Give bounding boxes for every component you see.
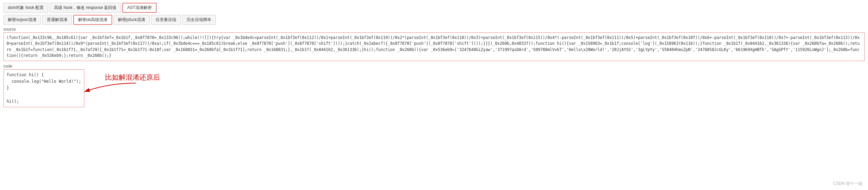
- arrow-svg: [81, 78, 143, 99]
- source-code-area[interactable]: (function(_0x133c96,_0x185c61){var _0x1b…: [3, 32, 865, 61]
- bottom-tab-3[interactable]: 解密jsfuck混淆: [114, 15, 150, 25]
- top-tab-0[interactable]: dom对象 hook 配置: [3, 3, 48, 13]
- annotation-block: 比如解混淆还原后: [91, 69, 160, 82]
- bottom-tab-row: 解密sojson混淆普通解混淆解密ob高级混淆解密jsfuck混淆仅变量压缩完全…: [3, 15, 865, 25]
- main-container: dom对象 hook 配置高级 hook，修改 response 返回值AST混…: [0, 0, 868, 110]
- bottom-tab-4[interactable]: 仅变量压缩: [151, 15, 181, 25]
- code-area[interactable]: function hi() { console.log("Hello World…: [3, 69, 84, 107]
- top-tab-1[interactable]: 高级 hook，修改 response 返回值: [50, 3, 121, 13]
- source-wrapper: source (function(_0x133c96,_0x185c61){va…: [3, 27, 865, 61]
- code-label: code: [3, 64, 865, 69]
- bottom-tab-2[interactable]: 解密ob高级混淆: [73, 15, 112, 25]
- source-label: source: [3, 27, 865, 32]
- code-row: function hi() { console.log("Hello World…: [3, 69, 865, 107]
- top-tab-row: dom对象 hook 配置高级 hook，修改 response 返回值AST混…: [3, 3, 865, 13]
- top-tab-2[interactable]: AST混淆解密: [122, 3, 156, 13]
- bottom-tab-5[interactable]: 完全压缩脚本: [182, 15, 216, 25]
- bottom-tab-0[interactable]: 解密sojson混淆: [3, 15, 41, 25]
- bottom-tab-1[interactable]: 普通解混淆: [42, 15, 72, 25]
- code-left: function hi() { console.log("Hello World…: [3, 69, 84, 107]
